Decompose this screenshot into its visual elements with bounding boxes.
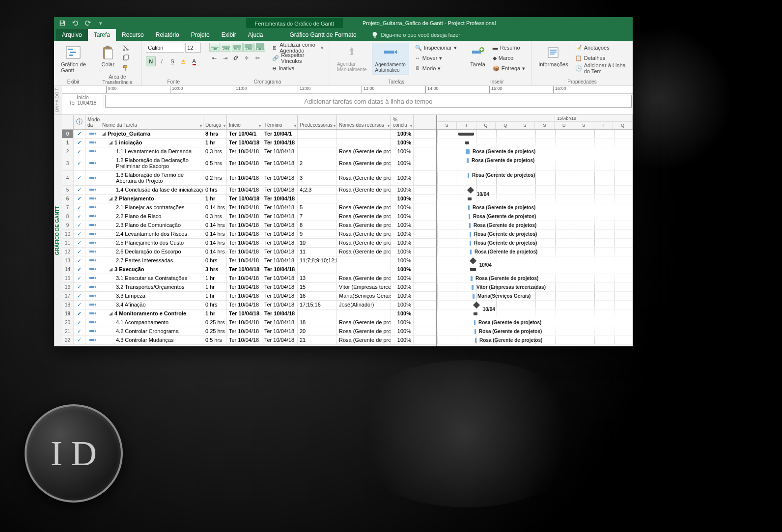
- col-mode[interactable]: Modo da: [85, 115, 100, 129]
- pct-complete-cell[interactable]: 100%: [391, 203, 414, 212]
- task-row[interactable]: 9✓2.3 Plano de Comunicação0,14 hrsTer 10…: [62, 221, 436, 230]
- resources-cell[interactable]: [337, 139, 391, 147]
- finish-cell[interactable]: Ter 10/04/18: [262, 212, 298, 221]
- predecessors-cell[interactable]: 15: [298, 283, 337, 291]
- task-mode-icon[interactable]: [85, 292, 100, 300]
- row-number[interactable]: 14: [62, 265, 74, 274]
- start-cell[interactable]: Ter 10/04/18: [227, 265, 262, 274]
- completed-check-icon[interactable]: ✓: [74, 239, 85, 247]
- duration-cell[interactable]: 1 hr: [203, 309, 227, 318]
- task-mode-icon[interactable]: [85, 230, 100, 238]
- col-pct[interactable]: % conclu▾: [391, 115, 414, 129]
- tell-me[interactable]: Diga-me o que você deseja fazer: [363, 29, 469, 41]
- start-cell[interactable]: Ter 10/04/18: [227, 212, 262, 221]
- add-to-timeline-button[interactable]: 🕒Adicionar à Linha do Tem: [573, 63, 629, 73]
- finish-cell[interactable]: Ter 10/04/1: [262, 130, 298, 138]
- auto-schedule-button[interactable]: Agendamento Automático: [372, 43, 409, 75]
- col-info[interactable]: ⓘ: [74, 115, 85, 129]
- task-row[interactable]: 6✓◢2 Planejamento1 hrTer 10/04/18Ter 10/…: [62, 195, 436, 203]
- task-name-cell[interactable]: ◢3 Execução: [100, 265, 203, 274]
- details-button[interactable]: 📋Detalhes: [573, 53, 629, 63]
- respect-links-button[interactable]: 🔗Respeitar Vínculos: [270, 53, 326, 63]
- task-row[interactable]: 17✓3.3 Limpeza1 hrTer 10/04/18Ter 10/04/…: [62, 292, 436, 301]
- pct-complete-cell[interactable]: 100%: [391, 239, 414, 247]
- gantt-row[interactable]: Rosa (Gerente de projetos): [437, 336, 633, 345]
- gantt-row[interactable]: Maria(Serviços Gerais): [437, 292, 633, 301]
- italic-button[interactable]: I: [157, 56, 167, 66]
- pct-complete-cell[interactable]: 100%: [391, 195, 414, 203]
- gantt-milestone[interactable]: 10/04: [467, 187, 474, 194]
- cut-icon[interactable]: [121, 43, 131, 53]
- start-cell[interactable]: Ter 10/04/18: [227, 203, 262, 212]
- gantt-row[interactable]: 10/04: [437, 301, 633, 309]
- finish-cell[interactable]: Ter 10/04/18: [262, 301, 298, 309]
- resources-cell[interactable]: Rosa (Gerente de projetos): [337, 171, 391, 185]
- resources-cell[interactable]: Rosa (Gerente de pro: [337, 274, 391, 282]
- gantt-task-bar[interactable]: Rosa (Gerente de projetos): [469, 214, 470, 219]
- finish-cell[interactable]: Ter 10/04/18: [262, 256, 298, 265]
- tab-arquivo[interactable]: Arquivo: [56, 29, 88, 41]
- duration-cell[interactable]: 1 hr: [203, 195, 227, 203]
- row-number[interactable]: 9: [62, 221, 74, 229]
- pct-complete-cell[interactable]: 100%: [391, 318, 414, 327]
- gantt-summary-bar[interactable]: [466, 141, 469, 144]
- gantt-task-bar[interactable]: Rosa (Gerente de projetos): [470, 250, 472, 254]
- task-mode-icon[interactable]: [85, 256, 100, 265]
- pct-complete-cell[interactable]: 100%: [391, 221, 414, 229]
- indent-button[interactable]: ⇥: [220, 53, 230, 63]
- task-row[interactable]: 13✓2.7 Partes Interessadas0 hrsTer 10/04…: [62, 256, 436, 265]
- collapse-toggle-icon[interactable]: ◢: [109, 196, 112, 201]
- pct-complete-cell[interactable]: 100%: [391, 292, 414, 300]
- pct-complete-cell[interactable]: 100%: [391, 171, 414, 185]
- row-number[interactable]: 2: [62, 147, 74, 156]
- gantt-row[interactable]: Rosa (Gerente de projetos): [437, 318, 633, 327]
- task-mode-icon[interactable]: [85, 130, 100, 138]
- task-name-cell[interactable]: 4.2 Controlar Cronograma: [100, 327, 203, 336]
- task-row[interactable]: 15✓3.1 Executar as Contratações1 hrTer 1…: [62, 274, 436, 283]
- task-row[interactable]: 16✓3.2 Transportes/Orçamentos1 hrTer 10/…: [62, 283, 436, 292]
- pct-complete-cell[interactable]: 100%: [391, 248, 414, 256]
- task-row[interactable]: 10✓2.4 Levantamento dos Riscos0,14 hrsTe…: [62, 230, 436, 239]
- collapse-toggle-icon[interactable]: ◢: [102, 131, 106, 136]
- resources-cell[interactable]: [337, 309, 391, 318]
- pct-complete-cell[interactable]: 100%: [391, 130, 414, 138]
- resources-cell[interactable]: Rosa (Gerente de pro: [337, 248, 391, 256]
- gantt-row[interactable]: Rosa (Gerente de projetos): [437, 156, 633, 171]
- row-number[interactable]: 15: [62, 274, 74, 282]
- completed-check-icon[interactable]: ✓: [74, 230, 85, 238]
- gantt-task-bar[interactable]: Rosa (Gerente de projetos): [474, 320, 475, 325]
- resources-cell[interactable]: Rosa (Gerente de pro: [337, 230, 391, 238]
- task-mode-icon[interactable]: [85, 265, 100, 274]
- redo-icon[interactable]: [83, 18, 93, 28]
- task-mode-icon[interactable]: [85, 171, 100, 185]
- inspect-button[interactable]: 🔍Inspecionar ▾: [413, 43, 459, 53]
- gantt-row[interactable]: Rosa (Gerente de projetos): [437, 221, 633, 230]
- resources-cell[interactable]: Rosa (Gerente de projetos): [337, 156, 391, 170]
- duration-cell[interactable]: 0,25 hrs: [203, 327, 227, 336]
- predecessors-cell[interactable]: 10: [298, 239, 337, 247]
- gantt-task-bar[interactable]: Rosa (Gerente de projetos): [470, 232, 471, 237]
- completed-check-icon[interactable]: ✓: [74, 248, 85, 256]
- gantt-task-bar[interactable]: Rosa (Gerente de projetos): [475, 338, 476, 343]
- completed-check-icon[interactable]: ✓: [74, 156, 85, 170]
- qat-customize-icon[interactable]: ▾: [95, 18, 106, 28]
- gantt-task-bar[interactable]: Rosa (Gerente de projetos): [475, 329, 476, 334]
- finish-cell[interactable]: Ter 10/04/18: [262, 318, 298, 327]
- task-name-cell[interactable]: 3.2 Transportes/Orçamentos: [100, 283, 203, 291]
- gantt-row[interactable]: Rosa (Gerente de projetos): [437, 248, 633, 256]
- gantt-row[interactable]: Rosa (Gerente de projetos): [437, 171, 633, 186]
- predecessors-cell[interactable]: [298, 195, 337, 203]
- task-name-cell[interactable]: 3.1 Executar as Contratações: [100, 274, 203, 282]
- completed-check-icon[interactable]: ✓: [74, 309, 85, 318]
- finish-cell[interactable]: Ter 10/04/18: [262, 147, 298, 156]
- duration-cell[interactable]: 1 hr: [203, 283, 227, 291]
- finish-cell[interactable]: Ter 10/04/18: [262, 186, 298, 194]
- task-name-cell[interactable]: 2.7 Partes Interessadas: [100, 256, 203, 265]
- pct-0-button[interactable]: 0x: [209, 43, 220, 52]
- gantt-summary-bar[interactable]: [471, 268, 475, 271]
- completed-check-icon[interactable]: ✓: [74, 256, 85, 265]
- duration-cell[interactable]: 1 hr: [203, 274, 227, 282]
- predecessors-cell[interactable]: 11;7;8;9;10;12;5: [298, 256, 337, 265]
- insert-summary-button[interactable]: ▬Resumo: [491, 43, 528, 53]
- col-name[interactable]: Nome da Tarefa▾: [100, 115, 203, 129]
